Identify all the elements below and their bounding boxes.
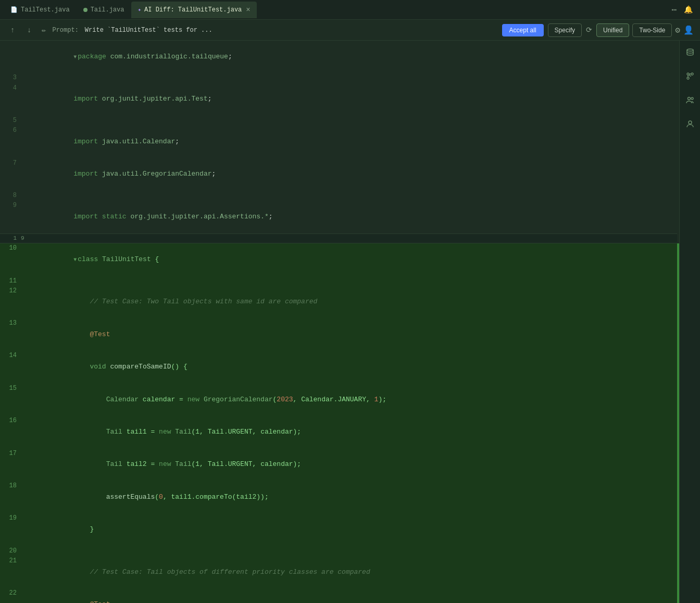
line-code: void compareToSameID() { xyxy=(17,351,677,383)
table-row: 18 assertEquals(0, tail1.compareTo(tail2… xyxy=(0,481,679,513)
table-row: 10 ▼class TailUnitTest { xyxy=(0,243,679,276)
git-icon[interactable] xyxy=(683,69,697,83)
settings-icon[interactable]: ⚙ xyxy=(675,25,680,35)
line-number: 15 xyxy=(0,384,17,416)
added-marker xyxy=(677,416,679,448)
added-marker xyxy=(677,481,679,513)
specify-button[interactable]: Specify xyxy=(548,23,582,37)
svg-point-4 xyxy=(688,97,690,100)
table-row: 16 Tail tail1 = new Tail(1, Tail.URGENT,… xyxy=(0,416,679,448)
line-number: 19 xyxy=(0,513,17,546)
line-code: Calendar calendar = new GregorianCalenda… xyxy=(17,384,677,416)
line-number: 5 xyxy=(0,116,17,126)
line-code xyxy=(17,546,677,556)
nav-down-icon[interactable]: ↓ xyxy=(23,24,35,36)
prompt-label: Prompt: xyxy=(52,27,78,34)
line-code: ▼class TailUnitTest { xyxy=(17,243,677,276)
tab-ai-diff[interactable]: ✦ AI Diff: TailUnitTest.java × xyxy=(131,2,256,18)
tab-tail-test[interactable]: 📄 TailTest.java xyxy=(4,2,76,18)
line-number: 7 xyxy=(0,158,17,191)
line-code: // Test Case: Two Tail objects with same… xyxy=(17,286,677,318)
tab-label: TailTest.java xyxy=(21,6,70,14)
table-row: 9 import static org.junit.jupiter.api.As… xyxy=(0,201,679,233)
two-side-button[interactable]: Two-Side xyxy=(632,23,672,37)
line-number: 3 xyxy=(0,73,17,83)
table-row: 19 } xyxy=(0,513,679,546)
added-marker xyxy=(677,546,679,556)
line-code xyxy=(17,73,677,83)
person-icon[interactable] xyxy=(683,117,697,131)
user-icon[interactable]: 👤 xyxy=(683,25,694,35)
added-marker xyxy=(677,449,679,481)
table-row: 21 // Test Case: Tail objects of differe… xyxy=(0,556,679,588)
line-code xyxy=(17,276,677,286)
table-row: 5 xyxy=(0,116,679,126)
table-row: 13 @Test xyxy=(0,318,679,351)
line-code: } xyxy=(17,513,677,546)
sep-num-left: 1 xyxy=(0,233,17,243)
added-marker xyxy=(677,384,679,416)
line-number: 13 xyxy=(0,318,17,351)
line-code: Tail tail2 = new Tail(1, Tail.URGENT, ca… xyxy=(17,449,677,481)
users-icon[interactable] xyxy=(683,93,697,107)
line-number: 20 xyxy=(0,546,17,556)
table-row: 12 // Test Case: Two Tail objects with s… xyxy=(0,286,679,318)
table-row: 3 xyxy=(0,73,679,83)
edit-icon[interactable]: ✏ xyxy=(40,26,48,34)
table-row: 17 Tail tail2 = new Tail(1, Tail.URGENT,… xyxy=(0,449,679,481)
line-code: @Test xyxy=(17,588,677,603)
table-row: 6 import java.util.Calendar; xyxy=(0,126,679,158)
line-code: import static org.junit.jupiter.api.Asse… xyxy=(17,201,677,233)
line-code xyxy=(17,116,677,126)
line-number: 17 xyxy=(0,449,17,481)
line-code: ▼package com.industriallogic.tailqueue; xyxy=(17,41,677,73)
added-marker xyxy=(677,286,679,318)
table-row: 8 xyxy=(0,191,679,201)
line-code: assertEquals(0, tail1.compareTo(tail2)); xyxy=(17,481,677,513)
added-marker xyxy=(677,243,679,276)
table-row: 14 void compareToSameID() { xyxy=(0,351,679,383)
table-row: ▼package com.industriallogic.tailqueue; xyxy=(0,41,679,73)
line-number: 12 xyxy=(0,286,17,318)
tab-tail[interactable]: Tail.java xyxy=(77,2,131,18)
more-options-icon[interactable]: ⋯ xyxy=(668,5,680,15)
added-marker xyxy=(677,556,679,588)
line-number: 21 xyxy=(0,556,17,588)
line-code: @Test xyxy=(17,318,677,351)
code-editor[interactable]: ▼package com.industriallogic.tailqueue; … xyxy=(0,41,679,603)
database-icon[interactable] xyxy=(683,45,697,59)
table-row: 11 xyxy=(0,276,679,286)
line-number: 16 xyxy=(0,416,17,448)
tab-bar: 📄 TailTest.java Tail.java ✦ AI Diff: Tai… xyxy=(0,0,700,20)
table-row: 4 import org.junit.jupiter.api.Test; xyxy=(0,83,679,116)
accept-all-button[interactable]: Accept all xyxy=(502,24,544,36)
line-number: 10 xyxy=(0,243,17,276)
line-number: 11 xyxy=(0,276,17,286)
nav-up-icon[interactable]: ↑ xyxy=(6,24,19,36)
added-marker xyxy=(677,276,679,286)
line-number: 14 xyxy=(0,351,17,383)
prompt-text: Write `TailUnitTest` tests for ... xyxy=(85,27,498,34)
unified-button[interactable]: Unified xyxy=(596,23,629,37)
line-number: 8 xyxy=(0,191,17,201)
diff-separator-row: 1 9 xyxy=(0,233,679,243)
svg-point-0 xyxy=(687,49,693,51)
table-row: 15 Calendar calendar = new GregorianCale… xyxy=(0,384,679,416)
line-number xyxy=(0,41,17,73)
line-number: 6 xyxy=(0,126,17,158)
svg-point-2 xyxy=(691,73,693,75)
tab-label: Tail.java xyxy=(91,6,124,14)
close-tab-icon[interactable]: × xyxy=(246,6,250,14)
ai-icon: ✦ xyxy=(138,6,141,13)
notification-icon[interactable]: 🔔 xyxy=(681,5,696,14)
table-row: 22 @Test xyxy=(0,588,679,603)
line-code: // Test Case: Tail objects of different … xyxy=(17,556,677,588)
main-content: ▼package com.industriallogic.tailqueue; … xyxy=(0,41,700,603)
svg-point-3 xyxy=(687,77,689,79)
line-code xyxy=(17,191,677,201)
dot-icon xyxy=(83,8,88,12)
file-icon: 📄 xyxy=(10,6,18,13)
right-sidebar xyxy=(679,41,700,603)
tab-label: AI Diff: TailUnitTest.java xyxy=(144,6,242,14)
refresh-icon[interactable]: ⟳ xyxy=(586,26,592,34)
